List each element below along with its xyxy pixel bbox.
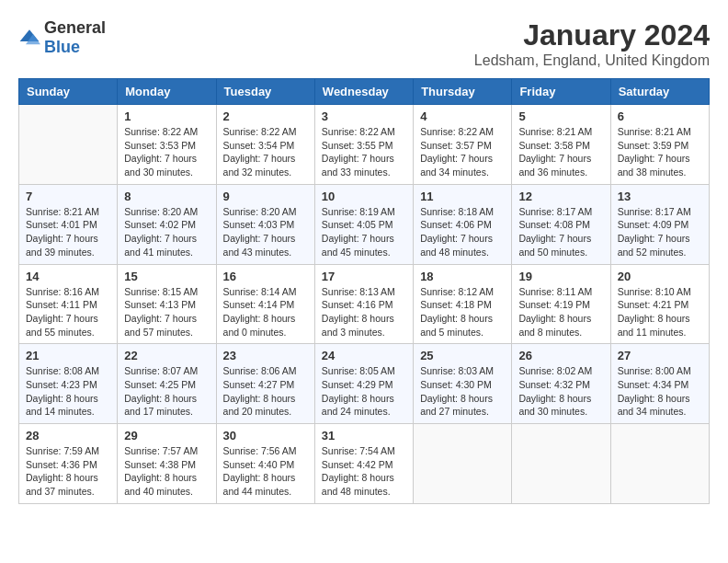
day-info: Sunrise: 8:22 AM Sunset: 3:55 PM Dayligh… bbox=[322, 125, 406, 179]
sunset-text: Sunset: 4:36 PM bbox=[26, 459, 97, 470]
day-info: Sunrise: 8:22 AM Sunset: 3:53 PM Dayligh… bbox=[124, 125, 209, 179]
calendar-cell-w3-d0: 21 Sunrise: 8:08 AM Sunset: 4:23 PM Dayl… bbox=[19, 344, 118, 424]
day-number: 19 bbox=[518, 270, 603, 283]
sunset-text: Sunset: 4:34 PM bbox=[618, 379, 689, 390]
sunset-text: Sunset: 4:18 PM bbox=[420, 299, 492, 310]
sunset-text: Sunset: 4:19 PM bbox=[518, 299, 590, 310]
day-info: Sunrise: 7:57 AM Sunset: 4:38 PM Dayligh… bbox=[124, 444, 209, 499]
day-info: Sunrise: 8:21 AM Sunset: 3:59 PM Dayligh… bbox=[618, 125, 702, 179]
day-info: Sunrise: 8:21 AM Sunset: 4:01 PM Dayligh… bbox=[26, 205, 110, 259]
day-info: Sunrise: 8:21 AM Sunset: 3:58 PM Dayligh… bbox=[518, 125, 603, 179]
sunrise-text: Sunrise: 8:17 AM bbox=[518, 206, 592, 217]
sunset-text: Sunset: 3:57 PM bbox=[420, 140, 492, 151]
daylight-text: Daylight: 8 hours and 11 minutes. bbox=[618, 313, 690, 338]
sunset-text: Sunset: 4:02 PM bbox=[124, 219, 196, 230]
day-info: Sunrise: 8:11 AM Sunset: 4:19 PM Dayligh… bbox=[518, 285, 603, 339]
daylight-text: Daylight: 8 hours and 17 minutes. bbox=[124, 393, 197, 418]
daylight-text: Daylight: 8 hours and 3 minutes. bbox=[322, 313, 394, 338]
day-info: Sunrise: 7:56 AM Sunset: 4:40 PM Dayligh… bbox=[223, 444, 308, 499]
sunrise-text: Sunrise: 8:15 AM bbox=[124, 286, 198, 297]
daylight-text: Daylight: 8 hours and 14 minutes. bbox=[26, 393, 98, 418]
day-info: Sunrise: 8:22 AM Sunset: 3:57 PM Dayligh… bbox=[420, 125, 505, 179]
day-number: 10 bbox=[322, 190, 406, 203]
sunrise-text: Sunrise: 8:20 AM bbox=[223, 206, 297, 217]
sunset-text: Sunset: 4:32 PM bbox=[518, 379, 590, 390]
daylight-text: Daylight: 7 hours and 34 minutes. bbox=[420, 153, 493, 178]
day-number: 25 bbox=[420, 349, 505, 362]
day-number: 24 bbox=[322, 349, 406, 362]
day-number: 8 bbox=[124, 190, 209, 203]
sunset-text: Sunset: 4:40 PM bbox=[223, 459, 295, 470]
sunset-text: Sunset: 3:53 PM bbox=[124, 140, 196, 151]
sunset-text: Sunset: 4:01 PM bbox=[26, 219, 97, 230]
day-info: Sunrise: 8:20 AM Sunset: 4:02 PM Dayligh… bbox=[124, 205, 209, 259]
sunset-text: Sunset: 4:13 PM bbox=[124, 299, 196, 310]
calendar-cell-w0-d3: 3 Sunrise: 8:22 AM Sunset: 3:55 PM Dayli… bbox=[314, 105, 413, 185]
calendar-cell-w0-d6: 6 Sunrise: 8:21 AM Sunset: 3:59 PM Dayli… bbox=[610, 105, 709, 185]
day-number: 26 bbox=[518, 349, 603, 362]
day-info: Sunrise: 8:03 AM Sunset: 4:30 PM Dayligh… bbox=[420, 364, 505, 419]
calendar-cell-w2-d1: 15 Sunrise: 8:15 AM Sunset: 4:13 PM Dayl… bbox=[118, 264, 216, 344]
calendar-cell-w4-d5 bbox=[512, 424, 610, 504]
day-info: Sunrise: 8:08 AM Sunset: 4:23 PM Dayligh… bbox=[26, 364, 110, 419]
day-info: Sunrise: 8:06 AM Sunset: 4:27 PM Dayligh… bbox=[223, 364, 308, 419]
calendar-cell-w1-d5: 12 Sunrise: 8:17 AM Sunset: 4:08 PM Dayl… bbox=[512, 184, 610, 264]
logo: General Blue bbox=[18, 18, 106, 57]
logo-icon bbox=[18, 27, 40, 49]
header-monday: Monday bbox=[118, 79, 216, 105]
sunrise-text: Sunrise: 7:57 AM bbox=[124, 445, 198, 456]
day-info: Sunrise: 8:07 AM Sunset: 4:25 PM Dayligh… bbox=[124, 364, 209, 419]
calendar-cell-w1-d6: 13 Sunrise: 8:17 AM Sunset: 4:09 PM Dayl… bbox=[610, 184, 709, 264]
sunset-text: Sunset: 3:58 PM bbox=[518, 140, 590, 151]
sunrise-text: Sunrise: 8:02 AM bbox=[518, 365, 592, 376]
calendar-cell-w1-d2: 9 Sunrise: 8:20 AM Sunset: 4:03 PM Dayli… bbox=[216, 184, 314, 264]
sunset-text: Sunset: 4:16 PM bbox=[322, 299, 393, 310]
sunset-text: Sunset: 4:09 PM bbox=[618, 219, 689, 230]
day-number: 9 bbox=[223, 190, 308, 203]
daylight-text: Daylight: 8 hours and 37 minutes. bbox=[26, 472, 98, 497]
calendar-subtitle: Ledsham, England, United Kingdom bbox=[474, 52, 710, 69]
day-info: Sunrise: 8:02 AM Sunset: 4:32 PM Dayligh… bbox=[518, 364, 603, 419]
weekday-header-row: Sunday Monday Tuesday Wednesday Thursday… bbox=[19, 79, 710, 105]
sunset-text: Sunset: 4:25 PM bbox=[124, 379, 196, 390]
sunrise-text: Sunrise: 8:00 AM bbox=[618, 365, 691, 376]
sunrise-text: Sunrise: 8:22 AM bbox=[322, 126, 395, 137]
day-info: Sunrise: 8:13 AM Sunset: 4:16 PM Dayligh… bbox=[322, 285, 406, 339]
header-saturday: Saturday bbox=[610, 79, 709, 105]
calendar-cell-w3-d1: 22 Sunrise: 8:07 AM Sunset: 4:25 PM Dayl… bbox=[118, 344, 216, 424]
day-info: Sunrise: 8:18 AM Sunset: 4:06 PM Dayligh… bbox=[420, 205, 505, 259]
daylight-text: Daylight: 8 hours and 30 minutes. bbox=[518, 393, 591, 418]
sunset-text: Sunset: 4:08 PM bbox=[518, 219, 590, 230]
calendar-cell-w4-d1: 29 Sunrise: 7:57 AM Sunset: 4:38 PM Dayl… bbox=[118, 424, 216, 504]
calendar-cell-w1-d1: 8 Sunrise: 8:20 AM Sunset: 4:02 PM Dayli… bbox=[118, 184, 216, 264]
day-number: 31 bbox=[322, 429, 406, 442]
day-info: Sunrise: 8:12 AM Sunset: 4:18 PM Dayligh… bbox=[420, 285, 505, 339]
daylight-text: Daylight: 8 hours and 44 minutes. bbox=[223, 472, 296, 497]
calendar-cell-w4-d4 bbox=[414, 424, 512, 504]
daylight-text: Daylight: 7 hours and 39 minutes. bbox=[26, 233, 98, 258]
day-number: 17 bbox=[322, 270, 406, 283]
calendar-cell-w2-d6: 20 Sunrise: 8:10 AM Sunset: 4:21 PM Dayl… bbox=[610, 264, 709, 344]
sunrise-text: Sunrise: 8:22 AM bbox=[223, 126, 297, 137]
calendar-cell-w3-d6: 27 Sunrise: 8:00 AM Sunset: 4:34 PM Dayl… bbox=[610, 344, 709, 424]
calendar-title: January 2024 bbox=[474, 18, 710, 52]
sunset-text: Sunset: 4:05 PM bbox=[322, 219, 393, 230]
day-info: Sunrise: 8:22 AM Sunset: 3:54 PM Dayligh… bbox=[223, 125, 308, 179]
calendar-cell-w2-d4: 18 Sunrise: 8:12 AM Sunset: 4:18 PM Dayl… bbox=[414, 264, 512, 344]
sunrise-text: Sunrise: 8:13 AM bbox=[322, 286, 395, 297]
sunset-text: Sunset: 4:06 PM bbox=[420, 219, 492, 230]
day-number: 23 bbox=[223, 349, 308, 362]
logo-blue: Blue bbox=[44, 38, 80, 56]
sunset-text: Sunset: 4:27 PM bbox=[223, 379, 295, 390]
day-number: 1 bbox=[124, 109, 209, 123]
page-header: General Blue January 2024 Ledsham, Engla… bbox=[18, 18, 710, 69]
daylight-text: Daylight: 7 hours and 33 minutes. bbox=[322, 153, 394, 178]
calendar-cell-w1-d3: 10 Sunrise: 8:19 AM Sunset: 4:05 PM Dayl… bbox=[314, 184, 413, 264]
day-number: 13 bbox=[618, 190, 702, 203]
daylight-text: Daylight: 7 hours and 43 minutes. bbox=[223, 233, 296, 258]
day-info: Sunrise: 7:54 AM Sunset: 4:42 PM Dayligh… bbox=[322, 444, 406, 499]
day-number: 5 bbox=[518, 109, 603, 123]
sunset-text: Sunset: 4:23 PM bbox=[26, 379, 97, 390]
calendar-cell-w0-d0 bbox=[19, 105, 118, 185]
sunrise-text: Sunrise: 7:54 AM bbox=[322, 445, 395, 456]
